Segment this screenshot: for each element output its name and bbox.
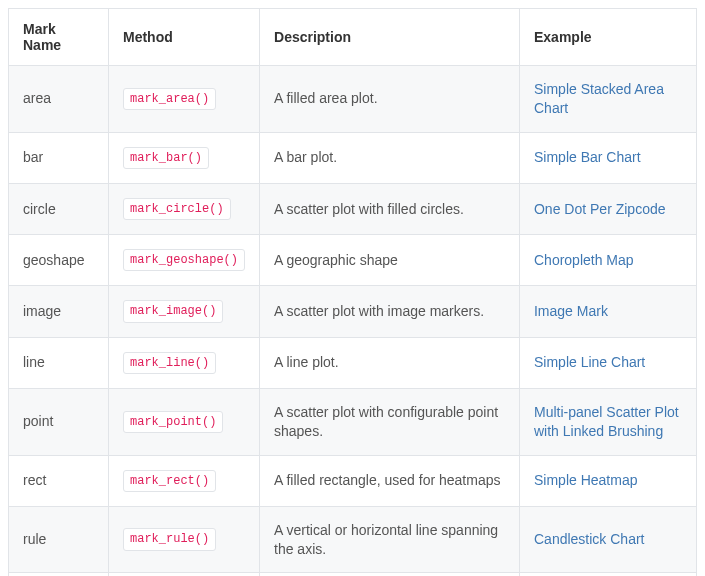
description-cell: A bar plot. [260,132,520,183]
table-row: geoshapemark_geoshape()A geographic shap… [9,235,697,286]
method-code: mark_geoshape() [123,249,245,271]
table-body: areamark_area()A filled area plot.Simple… [9,66,697,577]
example-cell: Simple Heatmap [519,455,696,506]
table-header: Mark Name Method Description Example [9,9,697,66]
example-cell: Multi-panel Scatter Plot with Linked Bru… [519,388,696,455]
method-code: mark_line() [123,352,216,374]
example-link[interactable]: Simple Line Chart [534,354,645,370]
example-link[interactable]: Choropleth Map [534,252,634,268]
table-row: areamark_area()A filled area plot.Simple… [9,66,697,133]
method-code: mark_area() [123,88,216,110]
table-row: rulemark_rule()A vertical or horizontal … [9,506,697,573]
description-cell: A scatter plot with configurable point s… [260,388,520,455]
method-code: mark_bar() [123,147,209,169]
example-link[interactable]: Simple Stacked Area Chart [534,81,664,116]
mark-name-cell: image [9,286,109,337]
method-code: mark_point() [123,411,223,433]
method-code: mark_circle() [123,198,231,220]
description-cell: A vertical or horizontal line spanning t… [260,506,520,573]
example-link[interactable]: Multi-panel Scatter Plot with Linked Bru… [534,404,679,439]
example-link[interactable]: Candlestick Chart [534,531,645,547]
mark-name-cell: geoshape [9,235,109,286]
mark-name-cell: line [9,337,109,388]
description-cell: A filled rectangle, used for heatmaps [260,455,520,506]
example-cell: Image Mark [519,286,696,337]
example-cell: One Dot Per Zipcode [519,183,696,234]
method-cell: mark_image() [108,286,259,337]
description-cell: A geographic shape [260,235,520,286]
method-code: mark_rect() [123,470,216,492]
method-cell: mark_line() [108,337,259,388]
table-row: imagemark_image()A scatter plot with ima… [9,286,697,337]
method-cell: mark_geoshape() [108,235,259,286]
table-row: rectmark_rect()A filled rectangle, used … [9,455,697,506]
method-code: mark_rule() [123,528,216,550]
table-row: linemark_line()A line plot.Simple Line C… [9,337,697,388]
method-cell: mark_rule() [108,506,259,573]
col-header-method: Method [108,9,259,66]
method-cell: mark_bar() [108,132,259,183]
example-cell: Simple Line Chart [519,337,696,388]
col-header-mark-name: Mark Name [9,9,109,66]
marks-table: Mark Name Method Description Example are… [8,8,697,576]
method-cell: mark_area() [108,66,259,133]
method-code: mark_image() [123,300,223,322]
example-cell: Simple Stacked Area Chart [519,66,696,133]
example-cell: Simple Bar Chart [519,132,696,183]
table-row: barmark_bar()A bar plot.Simple Bar Chart [9,132,697,183]
example-cell: Candlestick Chart [519,506,696,573]
mark-name-cell: rect [9,455,109,506]
description-cell: A filled area plot. [260,66,520,133]
example-cell: Choropleth Map [519,235,696,286]
col-header-example: Example [519,9,696,66]
example-link[interactable]: Simple Bar Chart [534,149,641,165]
table-row: pointmark_point()A scatter plot with con… [9,388,697,455]
example-link[interactable]: Image Mark [534,303,608,319]
description-cell: A scatter plot with image markers. [260,286,520,337]
description-cell: A scatter plot with filled circles. [260,183,520,234]
col-header-description: Description [260,9,520,66]
mark-name-cell: circle [9,183,109,234]
table-row: circlemark_circle()A scatter plot with f… [9,183,697,234]
mark-name-cell: point [9,388,109,455]
mark-name-cell: area [9,66,109,133]
method-cell: mark_point() [108,388,259,455]
example-link[interactable]: One Dot Per Zipcode [534,201,666,217]
mark-name-cell: rule [9,506,109,573]
method-cell: mark_circle() [108,183,259,234]
mark-name-cell: bar [9,132,109,183]
example-link[interactable]: Simple Heatmap [534,472,638,488]
method-cell: mark_rect() [108,455,259,506]
description-cell: A line plot. [260,337,520,388]
